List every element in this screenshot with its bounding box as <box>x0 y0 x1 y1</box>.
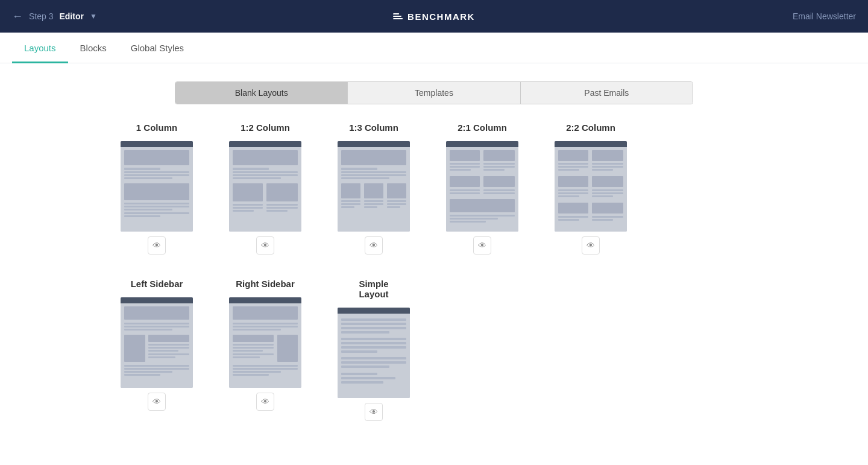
svg-rect-36 <box>364 183 383 198</box>
svg-rect-129 <box>341 327 406 329</box>
svg-rect-130 <box>341 331 389 334</box>
svg-rect-127 <box>341 318 406 321</box>
layout-1-3col-label: 1:3 Column <box>349 122 398 133</box>
tab-blocks[interactable]: Blocks <box>68 33 119 63</box>
toggle-past-emails[interactable]: Past Emails <box>521 82 693 104</box>
svg-rect-126 <box>338 308 410 314</box>
svg-rect-92 <box>121 297 193 303</box>
logo-mark <box>393 13 403 19</box>
layout-1col: 1 Column � <box>121 122 193 255</box>
back-button[interactable]: ← <box>12 10 23 23</box>
layout-1-2col-preview-btn[interactable]: 👁 <box>256 236 274 255</box>
layout-right-sidebar-preview-btn[interactable]: 👁 <box>256 393 274 411</box>
logo-line-2 <box>393 16 402 17</box>
layout-2-2col-preview[interactable] <box>555 141 627 232</box>
svg-rect-76 <box>592 169 613 171</box>
layout-left-sidebar: Left Sidebar <box>121 279 193 421</box>
svg-rect-41 <box>364 200 383 202</box>
eye-icon: 👁 <box>478 241 486 250</box>
svg-rect-80 <box>558 192 588 194</box>
step-label: Step 3 <box>29 11 53 21</box>
svg-rect-34 <box>341 177 389 179</box>
svg-rect-55 <box>483 166 515 168</box>
svg-rect-107 <box>124 374 160 376</box>
layout-2-1col-label: 2:1 Column <box>458 122 507 133</box>
toggle-templates[interactable]: Templates <box>348 82 520 104</box>
layout-1-2col-preview[interactable] <box>229 141 301 232</box>
svg-rect-110 <box>233 306 298 320</box>
step-name: Editor <box>59 11 83 21</box>
svg-rect-70 <box>592 150 623 161</box>
layout-left-sidebar-label: Left Sidebar <box>131 279 183 289</box>
eye-icon: 👁 <box>370 241 378 250</box>
svg-rect-88 <box>558 219 579 221</box>
svg-rect-10 <box>124 209 172 210</box>
svg-rect-71 <box>558 163 588 165</box>
svg-rect-73 <box>558 169 579 171</box>
layout-right-sidebar-preview[interactable] <box>229 297 301 388</box>
layout-1-3col-preview-btn[interactable]: 👁 <box>365 236 383 255</box>
tab-layouts[interactable]: Layouts <box>12 33 68 63</box>
toggle-blank-layouts[interactable]: Blank Layouts <box>175 82 348 104</box>
svg-rect-53 <box>450 169 471 171</box>
eye-icon: 👁 <box>370 407 378 417</box>
svg-rect-38 <box>341 200 360 202</box>
layout-1col-preview-btn[interactable]: 👁 <box>148 236 166 255</box>
svg-rect-7 <box>124 183 189 200</box>
svg-rect-46 <box>387 206 400 208</box>
svg-rect-4 <box>124 171 189 173</box>
layout-left-sidebar-preview[interactable] <box>121 297 193 388</box>
svg-rect-100 <box>148 347 189 349</box>
layout-simple-preview-btn[interactable]: 👁 <box>365 403 383 421</box>
svg-rect-77 <box>558 176 588 187</box>
svg-rect-128 <box>341 323 406 325</box>
svg-rect-15 <box>233 150 298 165</box>
svg-rect-102 <box>148 353 189 355</box>
svg-rect-99 <box>148 344 189 346</box>
layout-1col-preview[interactable] <box>121 141 193 232</box>
top-bar-left: ← Step 3 Editor ▼ <box>12 10 97 23</box>
svg-rect-61 <box>483 189 515 191</box>
layout-2-1col-preview[interactable] <box>446 141 518 232</box>
layout-1-2col: 1:2 Column <box>229 122 301 255</box>
sub-nav: Layouts Blocks Global Styles <box>0 33 868 63</box>
svg-rect-133 <box>341 346 406 349</box>
svg-rect-57 <box>450 176 480 187</box>
eye-icon: 👁 <box>153 397 161 406</box>
svg-rect-23 <box>233 207 263 209</box>
layout-2-2col-preview-btn[interactable]: 👁 <box>582 236 600 255</box>
svg-rect-119 <box>233 356 260 358</box>
svg-rect-49 <box>450 150 480 161</box>
layout-1-3col-preview[interactable] <box>338 141 410 232</box>
top-bar: ← Step 3 Editor ▼ BENCHMARK Email Newsle… <box>0 0 868 33</box>
layout-1col-label: 1 Column <box>136 122 177 133</box>
layouts-row-2: Left Sidebar <box>108 279 760 421</box>
svg-rect-42 <box>364 203 383 205</box>
eye-icon: 👁 <box>587 241 595 250</box>
svg-rect-19 <box>233 177 281 179</box>
svg-rect-59 <box>450 189 480 191</box>
svg-rect-24 <box>233 210 254 212</box>
svg-rect-22 <box>233 204 263 206</box>
layout-left-sidebar-preview-btn[interactable]: 👁 <box>148 393 166 411</box>
layout-2-1col-preview-btn[interactable]: 👁 <box>473 236 491 255</box>
svg-rect-75 <box>592 166 623 168</box>
svg-rect-124 <box>233 374 269 376</box>
svg-rect-21 <box>266 183 298 201</box>
svg-rect-32 <box>341 171 406 173</box>
svg-rect-78 <box>592 176 623 187</box>
layout-right-sidebar-label: Right Sidebar <box>236 279 295 289</box>
svg-rect-58 <box>483 176 515 187</box>
svg-rect-79 <box>558 189 588 191</box>
eye-icon: 👁 <box>153 241 161 250</box>
layout-simple-preview[interactable] <box>338 308 410 398</box>
svg-rect-109 <box>229 297 301 303</box>
email-title: Email Newsletter <box>793 11 856 21</box>
tab-global-styles[interactable]: Global Styles <box>119 33 196 63</box>
svg-rect-112 <box>233 326 298 327</box>
svg-rect-97 <box>124 335 145 362</box>
svg-rect-136 <box>341 361 406 364</box>
svg-rect-115 <box>233 344 274 346</box>
step-dropdown-icon[interactable]: ▼ <box>90 12 97 21</box>
svg-rect-64 <box>450 215 515 217</box>
